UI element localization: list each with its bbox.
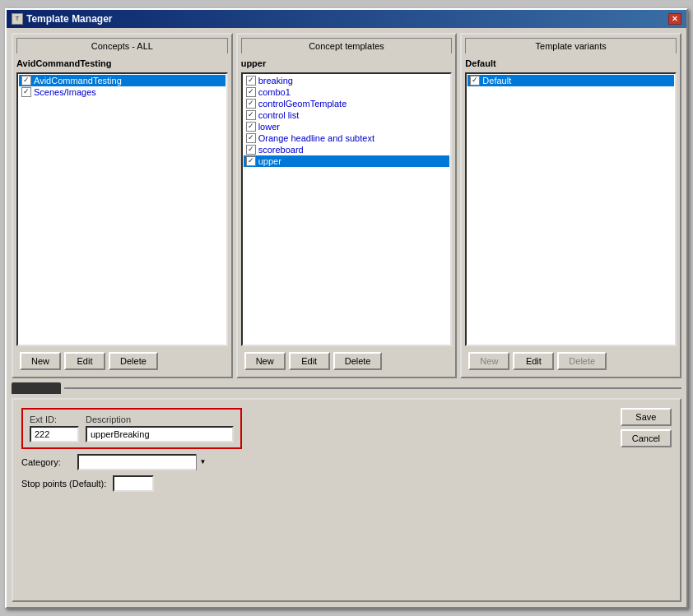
divider-section [12,382,681,395]
category-row: Category: ▼ [21,454,612,470]
concept-templates-label: upper [241,57,453,70]
concept-templates-list[interactable]: breaking combo1 controlGeomTemplate [241,72,453,346]
ext-id-group: Ext ID: [30,415,79,442]
ext-id-input[interactable] [30,426,79,442]
item-label: Scenes/Images [34,87,96,97]
template-variants-edit-button[interactable]: Edit [513,352,554,370]
window-body: Concepts - ALL AvidCommandTesting AvidCo… [7,28,686,607]
concepts-buttons: New Edit Delete [16,349,228,373]
bottom-right: Save Cancel [621,408,672,592]
item-label: controlGeomTemplate [258,99,347,109]
concept-templates-buttons: New Edit Delete [241,349,453,373]
concepts-new-button[interactable]: New [20,352,61,370]
item-label: Orange headline and subtext [258,133,374,143]
template-variants-content: Default Default New Edit Delete [462,53,680,377]
list-item[interactable]: control list [244,109,450,121]
list-item[interactable]: breaking [244,75,450,86]
cancel-button[interactable]: Cancel [621,429,672,447]
check-icon [21,76,31,86]
concepts-content: AvidCommandTesting AvidCommandTesting Sc… [13,53,231,377]
window-icon: T [12,13,23,25]
stop-points-input[interactable] [113,475,154,492]
item-label: lower [258,122,280,132]
save-button[interactable]: Save [621,408,672,426]
list-item[interactable]: Orange headline and subtext [244,132,450,144]
template-variants-new-button[interactable]: New [468,352,509,370]
ext-id-description-box: Ext ID: Description [21,408,242,449]
list-item[interactable]: lower [244,121,450,132]
template-variants-delete-button[interactable]: Delete [557,352,607,370]
concepts-label: AvidCommandTesting [16,57,228,70]
list-item[interactable]: controlGeomTemplate [244,98,450,109]
bottom-section: Ext ID: Description Category: [12,398,681,602]
item-label: Default [482,76,511,86]
concept-templates-edit-button[interactable]: Edit [289,352,330,370]
concepts-tab[interactable]: Concepts - ALL [16,38,228,53]
concepts-panel: Concepts - ALL AvidCommandTesting AvidCo… [12,33,233,378]
template-manager-window: T Template Manager ✕ Concepts - ALL Avid… [5,8,688,609]
template-variants-list[interactable]: Default [465,72,677,346]
check-icon [246,99,256,109]
template-variants-label: Default [465,57,677,70]
concepts-list[interactable]: AvidCommandTesting Scenes/Images [16,72,228,346]
list-item[interactable]: AvidCommandTesting [19,75,226,86]
category-label: Category: [21,457,71,467]
ext-id-description-row: Ext ID: Description [21,408,612,449]
check-icon [246,76,256,86]
item-label: upper [258,156,281,166]
stop-points-row: Stop points (Default): [21,475,612,492]
list-item[interactable]: scoreboard [244,144,450,155]
category-select[interactable] [77,454,209,470]
check-icon [246,156,256,166]
template-variants-tab[interactable]: Template variants [465,38,677,53]
list-item[interactable]: Scenes/Images [19,86,226,98]
stop-points-label: Stop points (Default): [21,479,106,489]
check-icon [246,133,256,143]
check-icon [246,110,256,120]
category-select-wrapper: ▼ [77,454,209,470]
description-label: Description [86,415,234,424]
check-icon [246,145,256,155]
concepts-delete-button[interactable]: Delete [109,352,158,370]
item-label: combo1 [258,87,291,97]
close-button[interactable]: ✕ [668,13,681,25]
window-title: Template Manager [26,13,112,25]
item-label: control list [258,110,300,120]
concept-templates-new-button[interactable]: New [244,352,286,370]
description-input[interactable] [86,426,234,442]
check-icon [21,87,31,97]
title-bar-left: T Template Manager [12,13,112,25]
list-item[interactable]: upper [244,155,450,167]
concept-templates-tab[interactable]: Concept templates [241,38,453,53]
check-icon [470,76,480,86]
concept-templates-panel: Concept templates upper breaking combo1 [236,33,458,378]
list-item[interactable]: Default [467,75,674,86]
concept-templates-delete-button[interactable]: Delete [333,352,383,370]
item-label: AvidCommandTesting [34,76,122,86]
concepts-edit-button[interactable]: Edit [64,352,105,370]
bottom-left: Ext ID: Description Category: [21,408,612,592]
template-variants-panel: Template variants Default Default New Ed… [460,33,681,378]
concept-templates-content: upper breaking combo1 controlGeomTemp [238,53,456,377]
top-section: Concepts - ALL AvidCommandTesting AvidCo… [12,33,681,378]
divider-line [64,387,681,389]
item-label: breaking [258,76,293,86]
divider-tab [12,382,61,394]
item-label: scoreboard [258,145,304,155]
template-variants-buttons: New Edit Delete [465,349,677,373]
list-item[interactable]: combo1 [244,86,450,98]
check-icon [246,122,256,132]
description-group: Description [86,415,234,442]
ext-id-label: Ext ID: [30,415,79,424]
check-icon [246,87,256,97]
title-bar: T Template Manager ✕ [7,10,686,28]
